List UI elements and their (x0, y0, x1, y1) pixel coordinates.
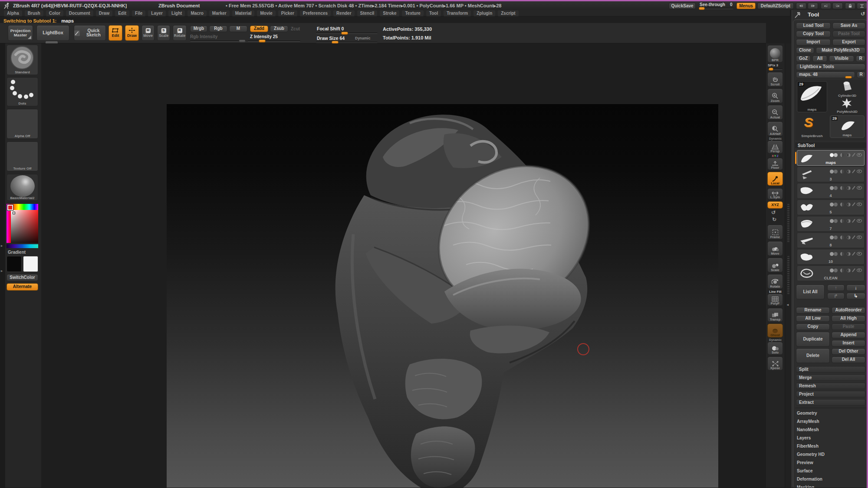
current-texture-thumb[interactable]: Texture Off (7, 141, 38, 171)
collapse-window-icon[interactable] (857, 3, 867, 9)
rotate-button[interactable]: RRotate (173, 25, 187, 41)
polypaint-icon[interactable] (830, 153, 834, 157)
move-palette-left-icon[interactable] (821, 3, 831, 9)
current-alpha-thumb[interactable]: Alpha Off (7, 109, 38, 139)
polypaint-icon[interactable] (830, 219, 834, 223)
tray-expand-chevron2-icon[interactable]: ▸ (1, 269, 3, 273)
current-stroke-thumb[interactable]: Dots (7, 77, 38, 106)
menu-layer[interactable]: Layer (148, 10, 166, 16)
polypaint-icon[interactable] (830, 236, 834, 239)
remesh-section[interactable]: Remesh (796, 383, 865, 389)
goz-button[interactable]: GoZ (796, 56, 811, 62)
cylinder3d-tool[interactable]: Cylinder3D (830, 81, 865, 98)
append-button[interactable]: Append (832, 332, 865, 338)
alternate-button[interactable]: Alternate (7, 283, 38, 291)
menu-render[interactable]: Render (333, 10, 355, 16)
displacement-icon[interactable] (847, 219, 851, 223)
mrgb-button[interactable]: Mrgb (190, 26, 207, 32)
polyf-button[interactable]: PolyF (767, 294, 783, 306)
uvmap-icon[interactable] (840, 153, 844, 157)
layers-section[interactable]: Layers (796, 435, 865, 441)
simplebrush-tool[interactable]: S SimpleBrush (797, 115, 827, 139)
subtool-up-button[interactable]: ↑ (827, 285, 845, 291)
goz-all-button[interactable]: All (812, 56, 827, 62)
xpose-button[interactable]: Xpose (767, 357, 783, 370)
sculpt-brush-icon[interactable] (852, 202, 855, 206)
subtool-row-clean[interactable]: CLEAN (797, 265, 865, 281)
visibility-eye-icon[interactable] (857, 203, 862, 206)
rgb-intensity-slider[interactable] (190, 40, 247, 42)
menu-draw[interactable]: Draw (95, 10, 113, 16)
visibility-eye-icon[interactable] (857, 236, 862, 239)
split-section[interactable]: Split (796, 366, 865, 373)
tool-r-button[interactable]: R (857, 72, 865, 78)
menu-brush[interactable]: Brush (24, 10, 44, 16)
sculpt-brush-icon[interactable] (852, 235, 855, 239)
displacement-icon[interactable] (847, 153, 851, 157)
subtool-row-4[interactable]: 4 (797, 183, 865, 199)
menu-zplugin[interactable]: Zplugin (473, 10, 496, 16)
menu-stencil[interactable]: Stencil (357, 10, 378, 16)
lock-icon[interactable] (845, 3, 855, 9)
scale-button[interactable]: SScale (157, 25, 170, 41)
delete-button[interactable]: Delete (796, 348, 830, 363)
subtool-header[interactable]: SubTool (795, 142, 866, 148)
polypaint-icon[interactable] (830, 170, 834, 174)
autoreorder-button[interactable]: AutoReorder (832, 307, 865, 314)
subtool-row-maps[interactable]: maps (797, 150, 865, 166)
menu-preferences[interactable]: Preferences (299, 10, 331, 16)
menu-stroke[interactable]: Stroke (379, 10, 400, 16)
transp-button[interactable]: Transp (767, 308, 783, 322)
paste-tool-button[interactable]: Paste Tool (832, 31, 865, 37)
spix-slider[interactable] (768, 69, 783, 70)
uvmap-icon[interactable] (840, 186, 844, 190)
collapse-left-tray-icon[interactable] (796, 3, 806, 9)
displacement-icon[interactable] (847, 186, 851, 190)
subtool-row-5[interactable]: 5 (797, 200, 865, 215)
displacement-icon[interactable] (847, 170, 851, 174)
surface-section[interactable]: Surface (796, 468, 865, 474)
project-section[interactable]: Project (796, 391, 865, 397)
z-intensity-slider[interactable] (247, 40, 300, 42)
displacement-icon[interactable] (847, 269, 851, 272)
current-material-thumb[interactable]: BasicMaterial2 (7, 174, 38, 201)
geometry-hd-section[interactable]: Geometry HD (796, 451, 865, 458)
sculpt-brush-icon[interactable] (852, 153, 855, 157)
menu-document[interactable]: Document (66, 10, 94, 16)
actual-button[interactable]: Actual (767, 105, 783, 120)
rgb-button[interactable]: Rgb (209, 26, 227, 32)
goz-visible-button[interactable]: Visible (829, 56, 854, 62)
see-through-slider-handle[interactable] (699, 7, 705, 10)
subtool-shift-down-button[interactable]: ↳ (846, 293, 865, 299)
panel-collapse-chevron-icon[interactable]: ◂ (787, 303, 789, 307)
menu-edit[interactable]: Edit (115, 10, 130, 16)
nanomesh-section[interactable]: NanoMesh (796, 426, 865, 433)
secondary-color-swatch[interactable] (23, 256, 38, 272)
edit-button[interactable]: Edit (108, 25, 122, 41)
visibility-eye-icon[interactable] (857, 153, 862, 157)
menu-material[interactable]: Material (232, 10, 255, 16)
subtool-row-8[interactable]: 8 (797, 233, 865, 248)
menu-file[interactable]: File (132, 10, 146, 16)
uvmap-icon[interactable] (840, 252, 844, 256)
preview-section[interactable]: Preview (796, 459, 865, 466)
uvmap-icon[interactable] (840, 203, 844, 206)
sculpt-brush-icon[interactable] (852, 252, 855, 255)
uvmap-icon[interactable] (840, 170, 844, 174)
menu-movie[interactable]: Movie (256, 10, 276, 16)
uvmap-icon[interactable] (840, 236, 844, 239)
subtool-row-10[interactable]: 10 (797, 249, 865, 265)
duplicate-button[interactable]: Duplicate (796, 332, 830, 347)
z-intensity-handle[interactable] (259, 39, 266, 43)
polypaint-icon[interactable] (830, 186, 834, 190)
menu-texture[interactable]: Texture (401, 10, 424, 16)
zadd-button[interactable]: Zadd (250, 26, 268, 32)
focal-shift-handle[interactable] (341, 32, 348, 35)
save-as-button[interactable]: Save As (832, 23, 865, 29)
polypaint-icon[interactable] (830, 252, 834, 256)
sculpt-brush-icon[interactable] (852, 219, 855, 223)
load-tool-button[interactable]: Load Tool (796, 23, 831, 29)
polypaint-icon[interactable] (830, 203, 834, 206)
import-button[interactable]: Import (796, 39, 831, 46)
maps-tool-thumb[interactable]: 29 maps (830, 115, 865, 138)
